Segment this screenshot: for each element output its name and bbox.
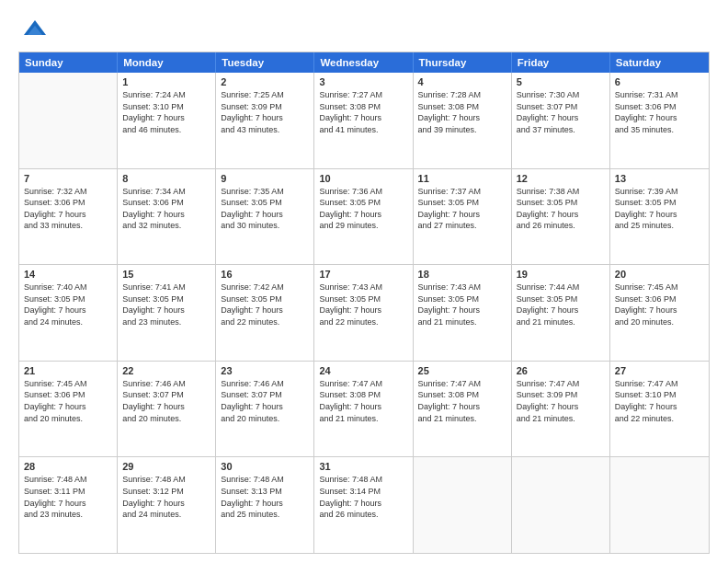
- calendar-cell: [19, 73, 118, 168]
- cell-info-line: and 39 minutes.: [418, 124, 506, 136]
- cell-info-line: Sunrise: 7:37 AM: [418, 186, 506, 198]
- cell-info-line: Sunrise: 7:43 AM: [319, 282, 407, 293]
- cell-info-line: Daylight: 7 hours: [615, 209, 704, 221]
- cell-info-line: and 24 minutes.: [24, 316, 112, 328]
- cell-info-line: and 21 minutes.: [517, 413, 605, 425]
- logo: [18, 17, 48, 42]
- cell-info-line: and 21 minutes.: [319, 413, 407, 425]
- cell-info-line: and 35 minutes.: [615, 124, 704, 136]
- day-number: 17: [319, 269, 407, 280]
- day-number: 21: [24, 365, 112, 376]
- cell-info-line: Daylight: 7 hours: [517, 304, 605, 316]
- calendar-cell: 20Sunrise: 7:45 AMSunset: 3:06 PMDayligh…: [610, 265, 709, 361]
- cell-info-line: Daylight: 7 hours: [221, 401, 309, 413]
- cell-info-line: Daylight: 7 hours: [319, 209, 407, 221]
- day-number: 31: [319, 461, 407, 472]
- calendar-cell: 3Sunrise: 7:27 AMSunset: 3:08 PMDaylight…: [314, 73, 413, 168]
- cell-info-line: Daylight: 7 hours: [418, 112, 506, 124]
- cell-info-line: and 21 minutes.: [517, 316, 605, 328]
- cell-info-line: Sunrise: 7:46 AM: [221, 378, 309, 390]
- cell-info-line: Sunset: 3:05 PM: [418, 293, 506, 305]
- calendar-body: 1Sunrise: 7:24 AMSunset: 3:10 PMDaylight…: [19, 73, 709, 553]
- day-of-week-header: Tuesday: [216, 52, 314, 73]
- cell-info-line: Sunrise: 7:27 AM: [319, 89, 407, 101]
- cell-info-line: and 30 minutes.: [221, 220, 309, 232]
- day-number: 2: [221, 76, 309, 87]
- calendar-cell: 29Sunrise: 7:48 AMSunset: 3:12 PMDayligh…: [118, 457, 216, 553]
- page: SundayMondayTuesdayWednesdayThursdayFrid…: [0, 0, 728, 563]
- cell-info-line: Daylight: 7 hours: [517, 209, 605, 221]
- day-number: 20: [615, 269, 704, 280]
- cell-info-line: and 43 minutes.: [221, 124, 309, 136]
- cell-info-line: Sunset: 3:09 PM: [517, 389, 605, 401]
- day-number: 29: [122, 461, 210, 472]
- cell-info-line: Sunrise: 7:40 AM: [24, 282, 112, 293]
- day-number: 3: [319, 76, 407, 87]
- cell-info-line: Daylight: 7 hours: [122, 304, 210, 316]
- day-number: 5: [517, 76, 605, 87]
- day-number: 11: [418, 173, 506, 184]
- cell-info-line: Sunset: 3:14 PM: [319, 486, 407, 498]
- calendar-cell: [512, 457, 610, 553]
- cell-info-line: Sunset: 3:05 PM: [319, 197, 407, 209]
- calendar-week-row: 7Sunrise: 7:32 AMSunset: 3:06 PMDaylight…: [19, 168, 709, 265]
- cell-info-line: Sunset: 3:08 PM: [319, 101, 407, 113]
- cell-info-line: Sunrise: 7:45 AM: [615, 282, 704, 293]
- cell-info-line: Sunset: 3:08 PM: [418, 101, 506, 113]
- calendar-week-row: 21Sunrise: 7:45 AMSunset: 3:06 PMDayligh…: [19, 361, 709, 457]
- cell-info-line: Sunset: 3:05 PM: [517, 293, 605, 305]
- cell-info-line: Sunset: 3:05 PM: [615, 197, 704, 209]
- day-of-week-header: Wednesday: [314, 52, 413, 73]
- cell-info-line: and 23 minutes.: [122, 316, 210, 328]
- cell-info-line: Daylight: 7 hours: [418, 401, 506, 413]
- cell-info-line: Daylight: 7 hours: [319, 498, 407, 510]
- cell-info-line: Sunrise: 7:47 AM: [517, 378, 605, 390]
- cell-info-line: Sunset: 3:05 PM: [319, 293, 407, 305]
- day-of-week-header: Friday: [512, 52, 610, 73]
- cell-info-line: Sunset: 3:08 PM: [418, 389, 506, 401]
- cell-info-line: and 21 minutes.: [418, 316, 506, 328]
- cell-info-line: Sunset: 3:06 PM: [24, 197, 112, 209]
- cell-info-line: Sunrise: 7:47 AM: [319, 378, 407, 390]
- calendar-cell: 12Sunrise: 7:38 AMSunset: 3:05 PMDayligh…: [512, 169, 610, 265]
- cell-info-line: Daylight: 7 hours: [418, 304, 506, 316]
- day-number: 1: [122, 76, 210, 87]
- cell-info-line: Sunrise: 7:38 AM: [517, 186, 605, 198]
- calendar-cell: 6Sunrise: 7:31 AMSunset: 3:06 PMDaylight…: [610, 73, 709, 168]
- calendar-cell: 26Sunrise: 7:47 AMSunset: 3:09 PMDayligh…: [512, 362, 610, 457]
- cell-info-line: Daylight: 7 hours: [221, 112, 309, 124]
- calendar-cell: 11Sunrise: 7:37 AMSunset: 3:05 PMDayligh…: [414, 169, 512, 265]
- day-number: 10: [319, 173, 407, 184]
- logo-icon: [22, 17, 48, 42]
- calendar-cell: 15Sunrise: 7:41 AMSunset: 3:05 PMDayligh…: [118, 265, 216, 361]
- cell-info-line: Sunrise: 7:36 AM: [319, 186, 407, 198]
- day-number: 15: [122, 269, 210, 280]
- cell-info-line: Sunrise: 7:41 AM: [122, 282, 210, 293]
- cell-info-line: and 20 minutes.: [221, 413, 309, 425]
- cell-info-line: Sunset: 3:05 PM: [221, 293, 309, 305]
- day-of-week-header: Sunday: [19, 52, 118, 73]
- calendar-cell: 1Sunrise: 7:24 AMSunset: 3:10 PMDaylight…: [118, 73, 216, 168]
- calendar-cell: [414, 457, 512, 553]
- cell-info-line: Sunrise: 7:32 AM: [24, 186, 112, 198]
- cell-info-line: Sunset: 3:05 PM: [122, 293, 210, 305]
- day-number: 28: [24, 461, 112, 472]
- cell-info-line: Sunset: 3:07 PM: [517, 101, 605, 113]
- cell-info-line: Daylight: 7 hours: [122, 401, 210, 413]
- header: [18, 17, 710, 42]
- cell-info-line: Daylight: 7 hours: [517, 401, 605, 413]
- calendar-cell: 23Sunrise: 7:46 AMSunset: 3:07 PMDayligh…: [216, 362, 314, 457]
- day-number: 14: [24, 269, 112, 280]
- day-number: 9: [221, 173, 309, 184]
- day-of-week-header: Monday: [118, 52, 216, 73]
- day-number: 19: [517, 269, 605, 280]
- calendar-cell: 22Sunrise: 7:46 AMSunset: 3:07 PMDayligh…: [118, 362, 216, 457]
- calendar-cell: 4Sunrise: 7:28 AMSunset: 3:08 PMDaylight…: [414, 73, 512, 168]
- calendar-cell: 7Sunrise: 7:32 AMSunset: 3:06 PMDaylight…: [19, 169, 118, 265]
- cell-info-line: Daylight: 7 hours: [122, 209, 210, 221]
- cell-info-line: Sunrise: 7:48 AM: [122, 474, 210, 486]
- calendar-cell: 24Sunrise: 7:47 AMSunset: 3:08 PMDayligh…: [314, 362, 413, 457]
- cell-info-line: Sunrise: 7:25 AM: [221, 89, 309, 101]
- cell-info-line: Sunrise: 7:48 AM: [221, 474, 309, 486]
- cell-info-line: and 24 minutes.: [122, 509, 210, 521]
